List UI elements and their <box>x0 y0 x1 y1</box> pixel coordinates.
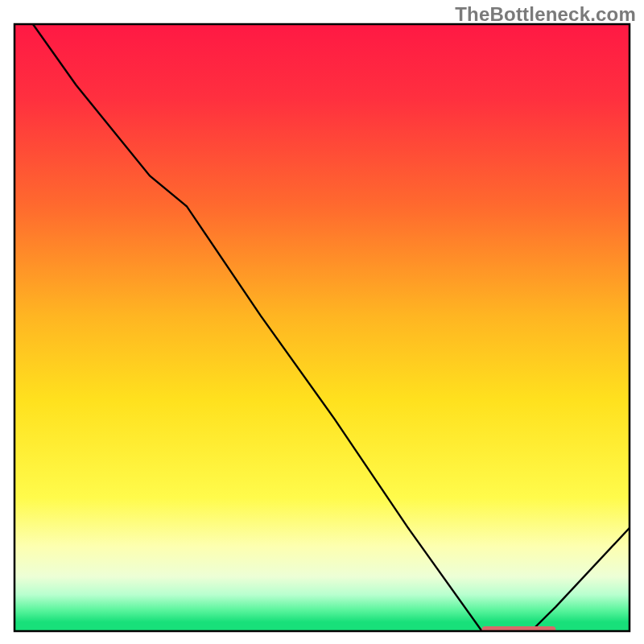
chart-container: TheBottleneck.com <box>0 0 644 644</box>
watermark-text: TheBottleneck.com <box>455 3 636 26</box>
bottleneck-chart <box>0 0 644 644</box>
optimal-range-highlight <box>482 626 556 634</box>
gradient-background <box>14 24 630 631</box>
